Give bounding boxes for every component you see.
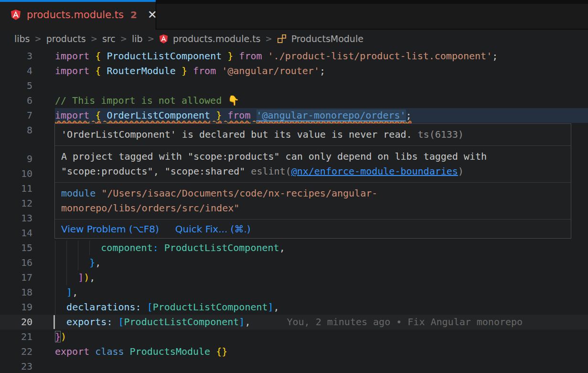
line-number[interactable]: 18: [0, 285, 32, 300]
code-line-content[interactable]: component: ProductListComponent,: [55, 241, 588, 255]
code-line-19[interactable]: 19 declarations: [ProductListComponent],: [0, 300, 588, 315]
code-line-5[interactable]: 5: [0, 78, 588, 93]
code-token: [210, 346, 216, 357]
line-number[interactable]: 17: [0, 270, 32, 285]
indent-guide: [78, 255, 78, 270]
line-number[interactable]: 20: [0, 315, 32, 329]
close-icon[interactable]: ✕: [148, 9, 157, 21]
code-line-content[interactable]: }): [55, 329, 588, 344]
eslint-line1: A project tagged with "scope:products" c…: [61, 149, 565, 164]
code-token: [89, 50, 95, 62]
ts-diagnostic-message: 'OrderListComponent' is declared but its…: [55, 124, 571, 146]
code-token: ProductsModule: [130, 346, 211, 357]
module-path-text1: "/Users/isaac/Documents/code/nx-recipes/…: [96, 187, 377, 199]
code-line-content[interactable]: declarations: [ProductListComponent],: [55, 300, 588, 315]
code-line-content[interactable]: export class ProductsModule {}: [55, 344, 588, 359]
code-token: ,: [245, 316, 250, 328]
line-number[interactable]: 22: [0, 344, 32, 359]
code-editor[interactable]: 3import { ProductListComponent } from '.…: [0, 48, 588, 373]
code-line-content[interactable]: [55, 359, 588, 373]
code-line-content[interactable]: import { ProductListComponent } from './…: [55, 49, 588, 64]
git-blame-annotation: You, 2 minutes ago • Fix Angular monorep…: [287, 316, 523, 328]
breadcrumb-item-products[interactable]: products: [46, 33, 86, 44]
code-token: }: [182, 65, 187, 77]
line-number[interactable]: 7: [0, 108, 32, 123]
breadcrumb-item-lib[interactable]: lib: [132, 33, 143, 44]
code-line-15[interactable]: 15 component: ProductListComponent,: [0, 241, 588, 255]
code-token: [55, 257, 89, 268]
code-token: [55, 316, 66, 328]
code-line-3[interactable]: 3import { ProductListComponent } from '.…: [0, 49, 588, 64]
view-problem-action[interactable]: View Problem (⌥F8): [61, 223, 159, 235]
line-number[interactable]: 15: [0, 241, 32, 255]
code-line-content[interactable]: import { RouterModule } from '@angular/r…: [55, 64, 588, 78]
eslint-line2-text: "scope:products", "scope:shared": [61, 165, 251, 177]
code-token: [262, 50, 268, 62]
code-line-21[interactable]: 21}): [0, 329, 588, 344]
line-number[interactable]: 3: [0, 49, 32, 64]
code-line-4[interactable]: 4import { RouterModule } from '@angular/…: [0, 64, 588, 78]
code-line-content[interactable]: [55, 78, 588, 93]
eslint-rule-link[interactable]: @nx/enforce-module-boundaries: [291, 165, 458, 177]
line-number[interactable]: 16: [0, 255, 32, 270]
code-token: class: [95, 346, 124, 357]
code-line-7[interactable]: 7import { OrderListComponent } from '@an…: [0, 108, 588, 123]
breadcrumb-item-src[interactable]: src: [102, 33, 116, 44]
code-token: import: [55, 110, 89, 121]
code-line-content[interactable]: ]),: [55, 270, 588, 285]
line-number[interactable]: 14: [0, 226, 32, 241]
breadcrumb-item-libs[interactable]: libs: [14, 33, 30, 44]
line-number[interactable]: 13: [0, 211, 32, 226]
code-line-6[interactable]: 6// This import is not allowed 👇: [0, 93, 588, 108]
code-token: ProductListComponent: [164, 242, 279, 253]
breadcrumb-item-file[interactable]: products.module.ts: [173, 33, 261, 44]
chevron-separator: >: [148, 34, 154, 44]
tab-error-count: 2: [130, 9, 137, 21]
code-line-23[interactable]: 23: [0, 359, 588, 373]
breadcrumb-item-symbol[interactable]: ProductsModule: [291, 33, 363, 44]
code-token: [222, 50, 227, 62]
code-token: [112, 316, 118, 328]
line-number[interactable]: 12: [0, 196, 32, 211]
line-number[interactable]: 19: [0, 300, 32, 315]
line-number[interactable]: 5: [0, 78, 32, 93]
quick-fix-action[interactable]: Quick Fix... (⌘.): [175, 223, 251, 235]
line-number[interactable]: 11: [0, 181, 32, 196]
code-token: export: [55, 346, 89, 357]
line-number[interactable]: 8: [0, 123, 32, 138]
code-token: ProductListComponent: [124, 316, 239, 328]
hover-actions-bar: View Problem (⌥F8) Quick Fix... (⌘.): [55, 219, 571, 238]
code-line-17[interactable]: 17 ]),: [0, 270, 588, 285]
line-number[interactable]: 6: [0, 93, 32, 108]
line-number[interactable]: 9: [0, 152, 32, 166]
code-line-22[interactable]: 22export class ProductsModule {}: [0, 344, 588, 359]
code-token: import: [55, 50, 89, 62]
text-cursor: [53, 315, 55, 329]
code-line-20[interactable]: 20 exports: [ProductListComponent],You, …: [0, 315, 588, 329]
code-line-16[interactable]: 16 },: [0, 255, 588, 270]
ts-diagnostic-source: ts(6133): [418, 129, 464, 140]
code-line-content[interactable]: exports: [ProductListComponent],You, 2 m…: [55, 315, 588, 329]
code-line-content[interactable]: },: [55, 255, 588, 270]
indent-guide: [55, 241, 55, 255]
code-token: [216, 65, 222, 77]
code-token: [89, 110, 95, 121]
line-number[interactable]: 21: [0, 329, 32, 344]
code-line-content[interactable]: // This import is not allowed 👇: [55, 93, 588, 108]
code-line-content[interactable]: import { OrderListComponent } from '@ang…: [55, 108, 588, 123]
code-token: ]: [268, 301, 274, 313]
code-token: }: [216, 110, 222, 121]
code-token: [89, 65, 95, 77]
indent-guide: [55, 285, 55, 300]
diagnostics-hover-popup: 'OrderListComponent' is declared but its…: [54, 123, 571, 239]
code-line-content[interactable]: ],: [55, 285, 588, 300]
code-line-18[interactable]: 18 ],: [0, 285, 588, 300]
eslint-source-close: ): [458, 165, 464, 177]
line-number[interactable]: 23: [0, 359, 32, 373]
line-number[interactable]: 4: [0, 64, 32, 78]
code-token: declarations:: [66, 301, 141, 313]
module-keyword: module: [61, 187, 96, 199]
module-path-line2: monorepo/libs/orders/src/index": [61, 201, 565, 216]
tab-products-module[interactable]: products.module.ts 2 ✕: [0, 0, 156, 30]
line-number[interactable]: 10: [0, 166, 32, 181]
